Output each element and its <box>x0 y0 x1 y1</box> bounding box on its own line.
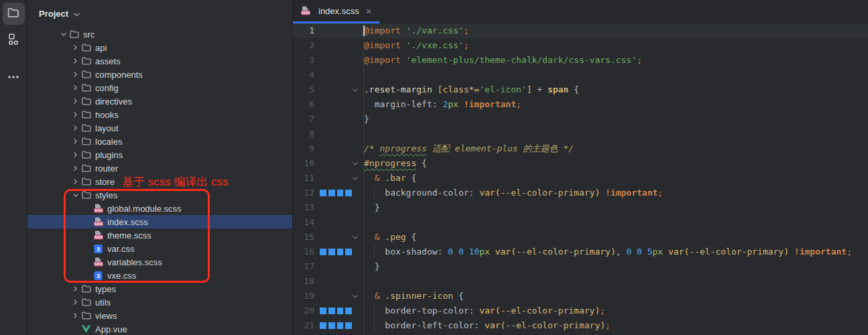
color-preview-swatch[interactable] <box>320 190 326 196</box>
fold-arrow-icon[interactable] <box>352 176 361 181</box>
project-tool-button[interactable] <box>3 3 25 25</box>
code-line-1[interactable]: 1@import './var.css'; <box>293 23 868 38</box>
tree-item-types[interactable]: types <box>27 282 292 295</box>
chevron-collapsed-icon[interactable] <box>70 176 81 187</box>
code-line-15[interactable]: 15 & .peg { <box>293 230 868 245</box>
project-tree: srcapiassetscomponentsconfigdirectivesho… <box>27 27 292 335</box>
color-preview-swatch[interactable] <box>337 308 344 314</box>
chevron-collapsed-icon[interactable] <box>70 109 81 120</box>
color-preview-swatch[interactable] <box>320 308 326 314</box>
chevron-collapsed-icon[interactable] <box>70 82 81 93</box>
svg-text:SASS: SASS <box>95 222 103 226</box>
fold-arrow-icon[interactable] <box>352 235 361 240</box>
chevron-collapsed-icon[interactable] <box>70 149 81 160</box>
chevron-expanded-icon[interactable] <box>70 190 81 200</box>
tree-item-store[interactable]: store <box>27 175 292 188</box>
code-line-13[interactable]: 13 } <box>293 200 868 215</box>
code-line-10[interactable]: 10#nprogress { <box>293 156 868 171</box>
modules-tool-button[interactable] <box>3 29 25 51</box>
tree-item-layout[interactable]: layout <box>27 121 292 135</box>
code-line-18[interactable]: 18 <box>293 274 868 289</box>
chevron-collapsed-icon[interactable] <box>70 42 81 53</box>
tree-item-styles[interactable]: styles <box>27 188 292 202</box>
code-line-17[interactable]: 17 } <box>293 259 868 274</box>
tree-item-assets[interactable]: assets <box>27 54 292 68</box>
code-line-3[interactable]: 3@import 'element-plus/theme-chalk/dark/… <box>293 53 868 68</box>
code-line-7[interactable]: 7} <box>293 112 868 127</box>
code-line-21[interactable]: 21 border-left-color: var(--el-color-pri… <box>293 318 868 333</box>
code-line-6[interactable]: 6 margin-left: 2px !important; <box>293 97 868 112</box>
chevron-collapsed-icon[interactable] <box>70 283 81 294</box>
tree-item-var.css[interactable]: 3var.css <box>27 242 292 255</box>
tree-item-global.module.scss[interactable]: SASSglobal.module.scss <box>27 202 292 215</box>
color-preview-swatch[interactable] <box>328 308 335 314</box>
gutter-swatches <box>314 190 352 196</box>
code-line-20[interactable]: 20 border-top-color: var(--el-color-prim… <box>293 304 868 318</box>
tree-item-label: styles <box>95 190 117 200</box>
code-line-4[interactable]: 4 <box>293 68 868 82</box>
chevron-collapsed-icon[interactable] <box>70 163 81 174</box>
color-preview-swatch[interactable] <box>328 249 335 255</box>
color-preview-swatch[interactable] <box>345 308 352 314</box>
color-preview-swatch[interactable] <box>345 249 352 255</box>
project-panel-header[interactable]: Project <box>27 0 292 27</box>
color-preview-swatch[interactable] <box>337 249 344 255</box>
code-line-14[interactable]: 14 <box>293 215 868 230</box>
color-preview-swatch[interactable] <box>345 322 352 329</box>
fold-arrow-icon[interactable] <box>352 294 361 299</box>
tree-item-App.vue[interactable]: App.vue <box>27 322 292 335</box>
tree-item-index.scss[interactable]: SASSindex.scss <box>27 215 292 228</box>
tree-item-theme.scss[interactable]: SASStheme.scss <box>27 228 292 242</box>
code-area[interactable]: 1@import './var.css';2@import './vxe.css… <box>293 23 868 335</box>
chevron-collapsed-icon[interactable] <box>70 136 81 147</box>
code-text: } <box>363 112 369 127</box>
tree-item-views[interactable]: views <box>27 309 292 322</box>
line-number: 1 <box>293 23 314 38</box>
color-preview-swatch[interactable] <box>320 249 326 255</box>
folder-icon <box>81 56 95 66</box>
chevron-collapsed-icon[interactable] <box>70 310 81 321</box>
tab-close-icon[interactable]: × <box>364 6 372 16</box>
chevron-collapsed-icon[interactable] <box>70 123 81 133</box>
code-line-16[interactable]: 16 box-shadow: 0 0 10px var(--el-color-p… <box>293 245 868 259</box>
tree-item-hooks[interactable]: hooks <box>27 108 292 121</box>
fold-arrow-icon[interactable] <box>352 161 361 166</box>
color-preview-swatch[interactable] <box>345 190 352 196</box>
chevron-collapsed-icon[interactable] <box>70 69 81 80</box>
tree-item-locales[interactable]: locales <box>27 135 292 148</box>
color-preview-swatch[interactable] <box>337 322 344 329</box>
color-preview-swatch[interactable] <box>337 190 344 196</box>
tree-item-vxe.css[interactable]: 3vxe.css <box>27 269 292 282</box>
more-tool-windows-button[interactable] <box>3 64 25 86</box>
code-line-9[interactable]: 9/* nprogress 适配 element-plus 的主题色 */ <box>293 141 868 156</box>
tree-item-variables.scss[interactable]: SASSvariables.scss <box>27 255 292 269</box>
fold-arrow-icon[interactable] <box>352 88 361 92</box>
code-line-5[interactable]: 5.reset-margin [class*='el-icon'] + span… <box>293 82 868 97</box>
code-text: .reset-margin [class*='el-icon'] + span … <box>363 82 579 97</box>
tree-item-src[interactable]: src <box>27 27 292 41</box>
tree-item-config[interactable]: config <box>27 81 292 94</box>
tree-item-router[interactable]: router <box>27 161 292 175</box>
chevron-expanded-icon[interactable] <box>58 29 69 40</box>
chevron-collapsed-icon[interactable] <box>70 297 81 308</box>
tab-index-scss[interactable]: SASS index.scss × <box>293 0 379 23</box>
tree-item-directives[interactable]: directives <box>27 94 292 108</box>
indent-guide <box>374 304 375 318</box>
color-preview-swatch[interactable] <box>328 322 335 329</box>
tree-item-plugins[interactable]: plugins <box>27 148 292 161</box>
code-line-8[interactable]: 8 <box>293 127 868 141</box>
code-line-12[interactable]: 12 background-color: var(--el-color-prim… <box>293 186 868 200</box>
color-preview-swatch[interactable] <box>320 322 326 329</box>
tree-item-label: locales <box>95 137 122 147</box>
tree-item-api[interactable]: api <box>27 41 292 54</box>
tree-item-components[interactable]: components <box>27 68 292 81</box>
tree-item-utils[interactable]: utils <box>27 295 292 309</box>
code-line-11[interactable]: 11 & .bar { <box>293 171 868 186</box>
chevron-collapsed-icon[interactable] <box>70 96 81 107</box>
color-preview-swatch[interactable] <box>328 190 335 196</box>
code-line-2[interactable]: 2@import './vxe.css'; <box>293 38 868 53</box>
gutter: 2 <box>293 38 363 53</box>
folder-icon <box>81 69 95 80</box>
code-line-19[interactable]: 19 & .spinner-icon { <box>293 289 868 304</box>
chevron-collapsed-icon[interactable] <box>70 56 81 66</box>
